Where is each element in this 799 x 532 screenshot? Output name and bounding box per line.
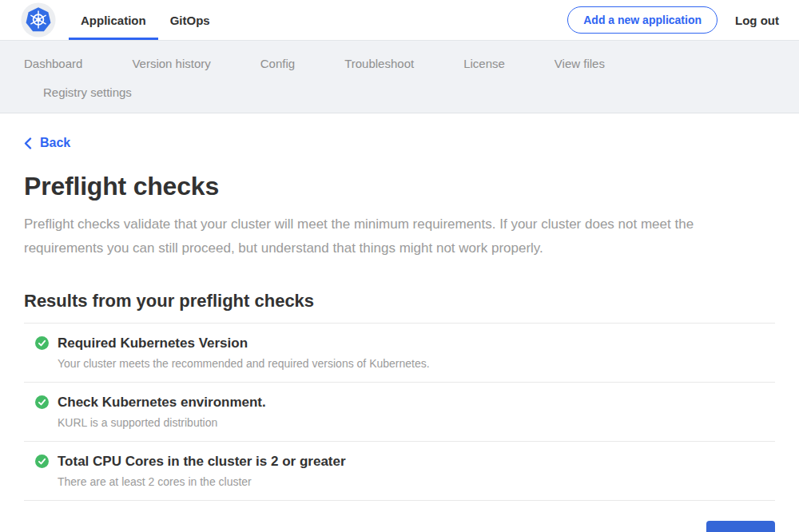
- subnav-item-version-history[interactable]: Version history: [132, 57, 210, 70]
- check-circle-icon: [35, 455, 49, 468]
- kubernetes-logo[interactable]: [21, 2, 56, 38]
- check-circle-icon: [35, 395, 49, 409]
- tab-gitops-label: GitOps: [170, 14, 210, 27]
- result-detail: KURL is a supported distribution: [58, 416, 775, 429]
- subnav-item-view-files[interactable]: View files: [555, 57, 605, 70]
- check-circle-icon: [35, 336, 49, 350]
- result-detail: Your cluster meets the recommended and r…: [58, 357, 775, 370]
- result-title: Required Kubernetes Version: [58, 335, 248, 351]
- rerun-button[interactable]: Re-run: [706, 521, 775, 532]
- back-link[interactable]: Back: [24, 136, 70, 150]
- result-row-kubernetes-version: Required Kubernetes Version Your cluster…: [24, 324, 775, 383]
- tab-application-label: Application: [81, 14, 146, 27]
- result-title: Check Kubernetes environment.: [58, 395, 266, 411]
- subnav-item-registry-settings[interactable]: Registry settings: [43, 85, 132, 99]
- page-description: Preflight checks validate that your clus…: [24, 212, 755, 260]
- footer-actions: Re-run: [24, 521, 775, 532]
- results-list: Required Kubernetes Version Your cluster…: [24, 323, 775, 501]
- results-heading: Results from your preflight checks: [24, 291, 775, 312]
- back-label: Back: [40, 136, 70, 150]
- result-row-kubernetes-environment: Check Kubernetes environment. KURL is a …: [24, 383, 775, 442]
- preflight-content: Back Preflight checks Preflight checks v…: [0, 113, 799, 532]
- subnav-item-config[interactable]: Config: [260, 57, 295, 70]
- logout-link[interactable]: Log out: [735, 14, 779, 27]
- header-actions: Add a new application Log out: [567, 0, 779, 40]
- result-title: Total CPU Cores in the cluster is 2 or g…: [58, 454, 346, 470]
- subnav-item-license[interactable]: License: [463, 57, 505, 70]
- subnav-row-1: Dashboard Version history Config Trouble…: [24, 49, 775, 77]
- tab-application[interactable]: Application: [69, 0, 158, 40]
- kubernetes-helm-icon: [21, 2, 56, 38]
- result-row-cpu-cores: Total CPU Cores in the cluster is 2 or g…: [24, 442, 775, 501]
- subnav-item-dashboard[interactable]: Dashboard: [24, 57, 82, 70]
- chevron-left-icon: [24, 137, 32, 149]
- primary-tabs: Application GitOps: [69, 0, 222, 40]
- add-application-button[interactable]: Add a new application: [567, 6, 718, 34]
- tab-gitops[interactable]: GitOps: [158, 0, 222, 40]
- top-header: Application GitOps Add a new application…: [0, 0, 799, 41]
- result-detail: There are at least 2 cores in the cluste…: [58, 475, 775, 488]
- subnav-item-troubleshoot[interactable]: Troubleshoot: [344, 57, 414, 70]
- page-title: Preflight checks: [24, 172, 775, 201]
- subnav-row-2: Registry settings: [24, 77, 775, 106]
- app-subnav: Dashboard Version history Config Trouble…: [0, 41, 799, 113]
